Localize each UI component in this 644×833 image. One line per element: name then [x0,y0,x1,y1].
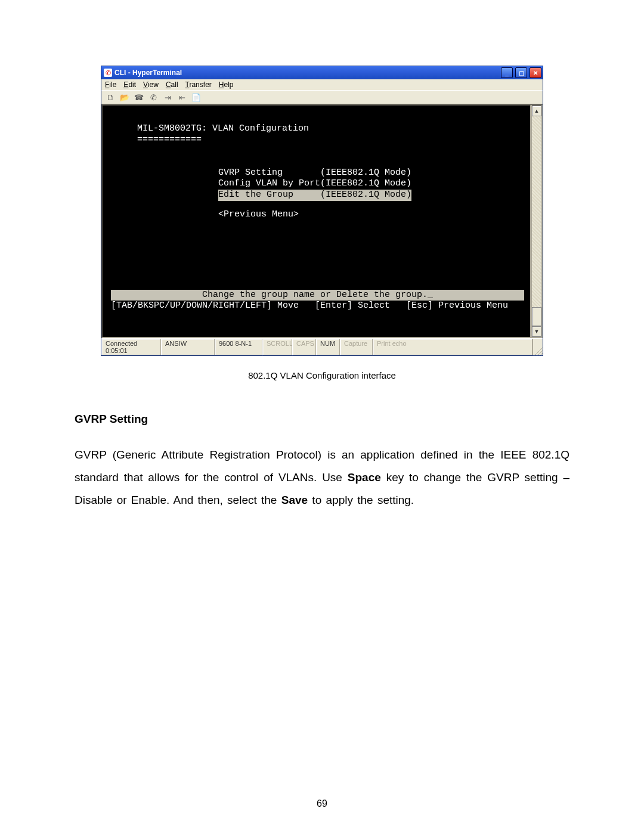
scroll-up-icon[interactable]: ▲ [532,106,541,116]
close-button[interactable]: ✕ [530,67,541,78]
paragraph-text: to apply the setting. [308,494,414,506]
terminal-header: MIL-SM8002TG: VLAN Configuration [137,123,524,135]
status-bar: Connected 0:05:01 ANSIW 9600 8-N-1 SCROL… [101,338,543,355]
window-titlebar: ✆ CLI - HyperTerminal _ ▢ ✕ [101,66,543,79]
toolbar: 🗋 📂 ☎ ✆ ⇥ ⇤ 📄 [101,90,543,104]
status-capture: Capture [340,339,373,355]
figure-caption: 802.1Q VLAN Configuration interface [75,370,569,380]
status-echo: Print echo [373,339,532,355]
status-caps: CAPS [292,339,316,355]
save-key-text: Save [281,494,308,506]
vertical-scrollbar[interactable]: ▲ ▼ [531,104,543,338]
status-baud: 9600 8-N-1 [215,339,262,355]
send-icon[interactable]: ⇥ [162,92,173,103]
terminal-screen[interactable]: MIL-SM8002TG: VLAN Configuration =======… [103,106,530,337]
status-num: NUM [316,339,340,355]
page-number: 69 [0,798,644,809]
space-key-text: Space [348,471,381,484]
maximize-button[interactable]: ▢ [515,67,527,78]
section-heading: GVRP Setting [75,413,569,426]
terminal-hint-bar: Change the group name or Delete the grou… [111,290,524,301]
terminal-frame: MIL-SM8002TG: VLAN Configuration =======… [101,104,531,338]
menu-file[interactable]: File [105,80,116,89]
app-icon: ✆ [104,69,112,77]
open-icon[interactable]: 📂 [119,92,130,103]
minimize-button[interactable]: _ [501,67,513,78]
properties-icon[interactable]: 📄 [191,92,202,103]
status-scroll: SCROLL [262,339,292,355]
menu-view[interactable]: View [143,80,159,89]
receive-icon[interactable]: ⇤ [177,92,187,103]
menu-help[interactable]: Help [219,80,234,89]
document-page: ✆ CLI - HyperTerminal _ ▢ ✕ File Edit Vi… [0,0,644,833]
terminal-menu: GVRP Setting (IEEE802.1Q Mode) Config VL… [218,168,524,221]
menu-edit[interactable]: Edit [123,80,136,89]
menu-item-edit-group[interactable]: Edit the Group (IEEE802.1Q Mode) [218,190,524,201]
phone-icon[interactable]: ☎ [134,92,144,103]
scroll-thumb[interactable] [532,307,541,326]
scroll-track[interactable] [532,116,541,307]
window-title: CLI - HyperTerminal [114,69,499,77]
scroll-down-icon[interactable]: ▼ [532,326,541,337]
hyperterminal-window: ✆ CLI - HyperTerminal _ ▢ ✕ File Edit Vi… [101,66,543,356]
menu-bar: File Edit View Call Transfer Help [101,79,543,90]
body-paragraph: GVRP (Generic Attribute Registration Pro… [75,444,569,512]
new-icon[interactable]: 🗋 [105,92,116,103]
status-emulation: ANSIW [161,339,215,355]
menu-transfer[interactable]: Transfer [185,80,212,89]
menu-item-config-vlan[interactable]: Config VLAN by Port(IEEE802.1Q Mode) [218,178,524,190]
menu-item-gvrp[interactable]: GVRP Setting (IEEE802.1Q Mode) [218,168,524,179]
terminal-nav-hint: [TAB/BKSPC/UP/DOWN/RIGHT/LEFT] Move [Ent… [111,301,524,312]
terminal-underline: ============ [137,135,524,146]
hangup-icon[interactable]: ✆ [148,92,159,103]
client-area: MIL-SM8002TG: VLAN Configuration =======… [101,104,543,338]
menu-item-previous[interactable]: <Previous Menu> [218,209,524,221]
menu-call[interactable]: Call [166,80,178,89]
resize-grip-icon[interactable] [532,339,543,355]
status-connected: Connected 0:05:01 [101,339,161,355]
